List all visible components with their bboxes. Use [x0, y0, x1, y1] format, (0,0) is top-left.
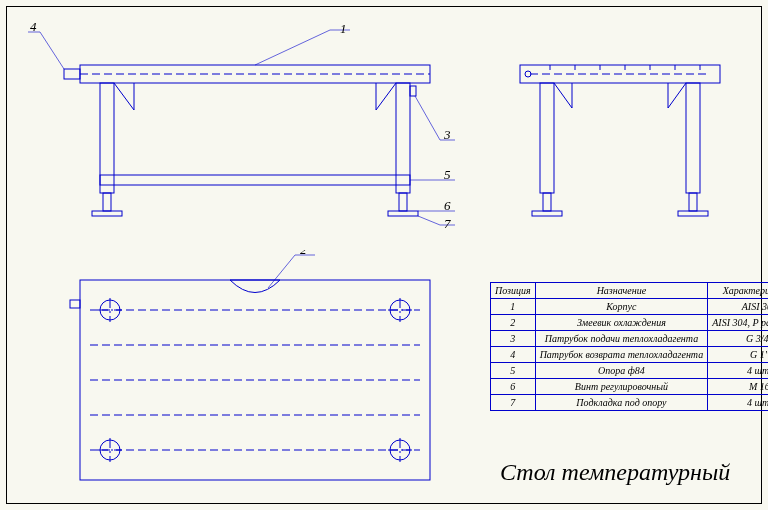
drawing-title: Стол температурный	[500, 459, 730, 485]
table-row: 6Винт регулировочныйМ 16	[491, 379, 769, 395]
svg-rect-2	[64, 69, 80, 79]
svg-rect-4	[396, 83, 410, 193]
callout-4: 4	[30, 20, 37, 34]
svg-line-19	[415, 96, 440, 140]
svg-rect-45	[532, 211, 562, 216]
front-view: 1 4 3 5 6 7	[20, 20, 460, 240]
svg-rect-11	[399, 193, 407, 211]
col-position: Позиция	[491, 283, 536, 299]
svg-rect-3	[100, 83, 114, 193]
svg-rect-46	[678, 211, 708, 216]
table-row: 5Опора ф844 шт.	[491, 363, 769, 379]
callout-5: 5	[444, 167, 451, 182]
svg-rect-44	[689, 193, 697, 211]
table-row: 2Змеевик охлажденияAISI 304, P раб =3 ba…	[491, 315, 769, 331]
svg-line-67	[268, 255, 295, 288]
svg-rect-14	[410, 86, 416, 96]
svg-rect-38	[686, 83, 700, 193]
svg-rect-10	[103, 193, 111, 211]
svg-rect-43	[543, 193, 551, 211]
svg-line-41	[668, 83, 686, 108]
top-view: 2	[20, 250, 460, 500]
table-row: 7Подкладка под опору4 шт.	[491, 395, 769, 411]
svg-line-25	[418, 216, 440, 225]
table-row: 4Патрубок возврата теплохладагентаG 1"	[491, 347, 769, 363]
svg-line-17	[40, 32, 64, 69]
callout-7: 7	[444, 216, 451, 231]
svg-rect-48	[70, 300, 80, 308]
svg-line-6	[376, 83, 396, 110]
svg-line-15	[255, 30, 330, 65]
table-row: 3Патрубок подачи теплохладагентаG 3/4"	[491, 331, 769, 347]
svg-rect-13	[388, 211, 418, 216]
col-spec: Характеристика	[708, 283, 768, 299]
svg-line-39	[554, 83, 572, 108]
callout-3: 3	[443, 127, 451, 142]
svg-rect-37	[540, 83, 554, 193]
callout-2: 2	[300, 250, 307, 257]
svg-rect-9	[100, 175, 410, 185]
callout-6: 6	[444, 198, 451, 213]
side-view	[500, 20, 740, 220]
callout-1: 1	[340, 21, 347, 36]
spec-table: Позиция Назначение Характеристика 1Корпу…	[490, 282, 768, 411]
col-name: Назначение	[535, 283, 708, 299]
table-row: 1КорпусAISI 304	[491, 299, 769, 315]
title-block: Стол температурный	[500, 450, 760, 500]
svg-line-5	[114, 83, 134, 110]
svg-rect-12	[92, 211, 122, 216]
table-header-row: Позиция Назначение Характеристика	[491, 283, 769, 299]
